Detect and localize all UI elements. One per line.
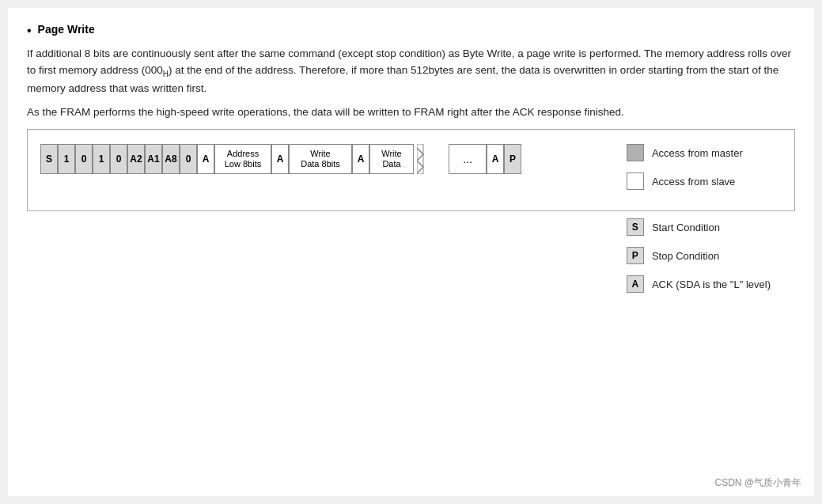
proto-cell-A4w: A	[487, 144, 504, 174]
legend-access-slave: Access from slave	[627, 172, 771, 190]
proto-cell-0c: 0	[180, 144, 197, 174]
bullet-dot: •	[27, 22, 32, 40]
proto-cell-A1w: A	[197, 144, 214, 174]
bullet-section: • Page Write	[27, 22, 795, 40]
proto-cell-P: P	[504, 144, 521, 174]
proto-cell-write-data: WriteData	[369, 144, 414, 174]
proto-cell-A2w: A	[271, 144, 289, 174]
legend-empty-box	[627, 172, 644, 190]
legend-start-condition: S Start Condition	[627, 218, 771, 236]
paragraph-1: If additional 8 bits are continuously se…	[27, 46, 795, 97]
proto-cell-0a: 0	[75, 144, 93, 174]
legend-access-slave-text: Access from slave	[652, 176, 735, 188]
page-write-title: Page Write	[38, 22, 95, 38]
proto-cell-A3w: A	[352, 144, 369, 174]
page-container: • Page Write If additional 8 bits are co…	[8, 8, 814, 496]
zigzag-separator	[417, 144, 445, 174]
legend-A-box: A	[627, 275, 644, 293]
proto-cell-S: S	[40, 144, 58, 174]
legend-ack: A ACK (SDA is the "L" level)	[627, 275, 771, 293]
proto-cell-A1: A1	[145, 144, 162, 174]
proto-cell-1: 1	[58, 144, 75, 174]
paragraph-2: As the FRAM performs the high-speed writ…	[27, 104, 795, 121]
legend-stop-condition-text: Stop Condition	[652, 250, 719, 262]
legend-filled-box	[627, 144, 644, 161]
proto-cell-A8: A8	[162, 144, 180, 174]
proto-cell-0b: 0	[110, 144, 127, 174]
proto-cell-dots: ...	[449, 144, 487, 174]
footer-text: CSDN @气质小青年	[714, 476, 801, 490]
proto-cell-write-data-8: WriteData 8bits	[289, 144, 352, 174]
proto-cell-A2: A2	[127, 144, 145, 174]
diagram-box: S 1 0 1 0 A2 A1 A8 0 A AddressLow 8bits …	[27, 129, 795, 211]
legend-start-condition-text: Start Condition	[652, 222, 720, 233]
legend-ack-text: ACK (SDA is the "L" level)	[652, 279, 771, 290]
proto-cell-addr-low: AddressLow 8bits	[214, 144, 271, 174]
legend-access-master-text: Access from master	[652, 147, 743, 159]
proto-cell-1b: 1	[93, 144, 110, 174]
legend-stop-condition: P Stop Condition	[627, 247, 771, 264]
legend-area: Access from master Access from slave S S…	[627, 144, 771, 293]
legend-S-box: S	[627, 218, 644, 236]
legend-P-box: P	[627, 247, 644, 264]
legend-access-master: Access from master	[627, 144, 771, 161]
